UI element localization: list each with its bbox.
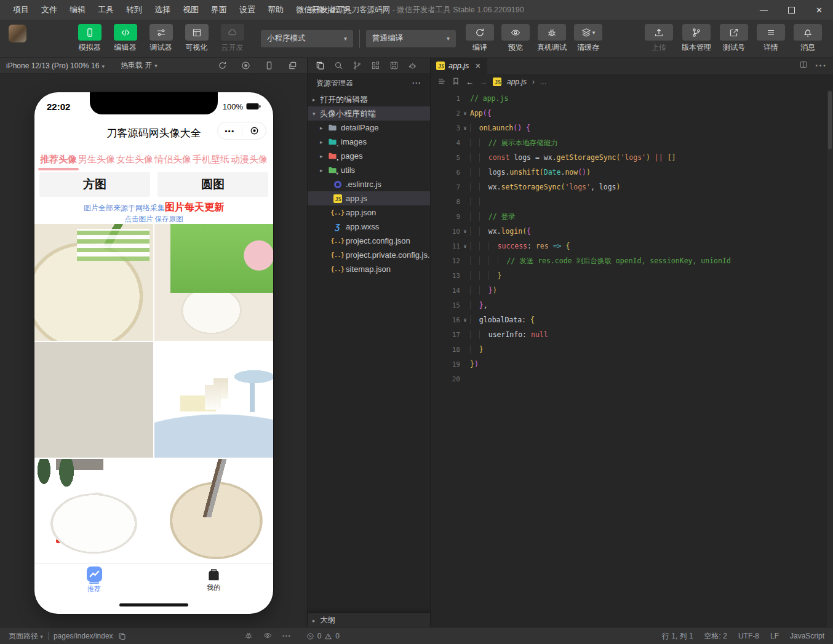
copy-path-icon[interactable]: [118, 632, 126, 640]
vconsole-bug-icon[interactable]: [244, 631, 253, 642]
panel-button-可视化[interactable]: 可视化: [181, 24, 212, 53]
panel-button-云开发[interactable]: 云开发: [217, 24, 247, 53]
menu-item-选择[interactable]: 选择: [149, 2, 176, 17]
page-path-select[interactable]: 页面路径 ▾: [9, 631, 43, 642]
menu-item-文件[interactable]: 文件: [36, 2, 63, 17]
windows-icon[interactable]: [288, 61, 297, 70]
photo-bunny-toast[interactable]: [154, 224, 273, 341]
code-line-4[interactable]: 4 // 展示本地存储能力: [431, 135, 833, 150]
code-line-12[interactable]: 12 // 发送 res.code 到后台换取 openId, sessionK…: [431, 253, 833, 268]
category-tab-女生头像[interactable]: 女生头像: [116, 151, 154, 168]
menu-item-工具[interactable]: 工具: [92, 2, 119, 17]
menu-item-帮助[interactable]: 帮助: [262, 2, 289, 17]
photo-glazed-bundt-cake[interactable]: [154, 459, 273, 562]
nav-forward-icon[interactable]: →: [479, 78, 487, 87]
save-icon[interactable]: [389, 61, 399, 70]
action-button-消息[interactable]: 消息: [794, 24, 822, 53]
tree-section-open-editors[interactable]: ▸打开的编辑器: [308, 92, 430, 106]
record-icon[interactable]: [241, 61, 250, 70]
action-button-清缓存[interactable]: ▾清缓存: [574, 24, 602, 53]
code-line-9[interactable]: 9 // 登录: [431, 209, 833, 224]
outline-list-icon[interactable]: [437, 77, 446, 87]
menu-item-转到[interactable]: 转到: [121, 2, 148, 17]
code-line-7[interactable]: 7 wx.setStorageSync('logs', logs): [431, 180, 833, 194]
action-button-测试号[interactable]: 测试号: [720, 24, 748, 53]
split-editor-icon[interactable]: [799, 60, 808, 71]
tree-file-.eslintrc.js[interactable]: .eslintrc.js: [308, 177, 430, 191]
photo-snowman-buns[interactable]: [34, 459, 153, 562]
more-tools-icon[interactable]: ···: [282, 632, 292, 640]
category-tab-推荐头像[interactable]: 推荐头像: [39, 151, 78, 168]
code-line-1[interactable]: 1// app.js: [431, 91, 833, 106]
photo-cafe-tray[interactable]: [154, 342, 273, 458]
close-button[interactable]: ✕: [805, 0, 833, 20]
action-button-编译[interactable]: 编译: [466, 24, 494, 53]
action-button-上传[interactable]: 上传: [645, 24, 673, 53]
close-tab-icon[interactable]: ✕: [475, 62, 480, 70]
bookmark-icon[interactable]: [452, 77, 460, 87]
nav-back-icon[interactable]: ←: [466, 78, 474, 87]
device-select[interactable]: iPhone 12/13 (Pro) 100% 16▾: [6, 62, 105, 70]
maximize-button[interactable]: [778, 0, 805, 20]
device-icon[interactable]: [265, 61, 274, 70]
tabbar-item-我的[interactable]: 我的: [154, 564, 273, 595]
explorer-more-button[interactable]: ···: [412, 79, 421, 87]
tabbar-item-推荐[interactable]: 推荐: [34, 564, 154, 595]
exit-target-icon[interactable]: [250, 126, 259, 135]
cursor-position[interactable]: 行 1, 列 1: [662, 631, 693, 642]
language-mode[interactable]: JavaScript: [790, 632, 824, 640]
minimize-button[interactable]: —: [750, 0, 778, 20]
panel-button-模拟器[interactable]: 模拟器: [74, 24, 105, 53]
git-icon[interactable]: [353, 61, 362, 70]
category-tab-男生头像[interactable]: 男生头像: [78, 151, 116, 168]
code-line-8[interactable]: 8: [431, 194, 833, 209]
compile-select[interactable]: 普通编译▾: [366, 30, 456, 47]
menu-item-微信开发者工具[interactable]: 微信开发者工具: [290, 2, 357, 17]
encoding[interactable]: UTF-8: [738, 632, 759, 640]
indentation[interactable]: 空格: 2: [704, 631, 727, 642]
eol[interactable]: LF: [770, 632, 779, 640]
search-icon[interactable]: [334, 61, 343, 70]
code-line-17[interactable]: 17 userInfo: null: [431, 327, 833, 342]
avatar[interactable]: [9, 25, 26, 42]
home-indicator[interactable]: [119, 603, 188, 606]
menu-item-设置[interactable]: 设置: [234, 2, 261, 17]
breadcrumb-file[interactable]: app.js: [507, 78, 527, 86]
tab-app-js[interactable]: JS app.js ✕: [431, 58, 487, 74]
menu-item-编辑[interactable]: 编辑: [64, 2, 91, 17]
code-line-3[interactable]: 3∨ onLaunch() {: [431, 121, 833, 135]
code-line-13[interactable]: 13 }: [431, 268, 833, 283]
shape-button-方图[interactable]: 方图: [39, 172, 150, 197]
code-line-15[interactable]: 15 },: [431, 298, 833, 312]
menu-item-视图[interactable]: 视图: [177, 2, 204, 17]
tree-file-sitemap.json[interactable]: {..}sitemap.json: [308, 262, 430, 276]
menu-item-界面[interactable]: 界面: [205, 2, 233, 17]
category-tab-手机壁纸[interactable]: 手机壁纸: [192, 151, 230, 168]
grid-icon[interactable]: [371, 61, 380, 70]
problems-group[interactable]: 0 0: [306, 632, 340, 640]
code-line-10[interactable]: 10∨ wx.login({: [431, 224, 833, 239]
tree-file-app.json[interactable]: {..}app.json: [308, 205, 430, 220]
more-actions-icon[interactable]: ···: [815, 60, 827, 71]
code-line-11[interactable]: 11∨ success: res => {: [431, 239, 833, 253]
code-line-5[interactable]: 5 const logs = wx.getStorageSync('logs')…: [431, 150, 833, 165]
photo-lakeside-desserts[interactable]: [34, 342, 153, 458]
code-line-14[interactable]: 14 }): [431, 283, 833, 298]
preview-eye-icon[interactable]: [263, 631, 272, 642]
code-line-2[interactable]: 2∨App({: [431, 106, 833, 121]
tree-section-project-root[interactable]: ▾头像小程序前端: [308, 106, 430, 121]
tree-file-project.private.config.js...[interactable]: {..}project.private.config.js...: [308, 248, 430, 262]
code-editor[interactable]: 1// app.js2∨App({3∨ onLaunch() {4 // 展示本…: [431, 90, 833, 627]
tree-file-app.wxss[interactable]: Ʒapp.wxss: [308, 220, 430, 234]
category-tab-情侣头像[interactable]: 情侣头像: [154, 151, 192, 168]
code-line-20[interactable]: 20: [431, 372, 833, 386]
shape-button-圆图[interactable]: 圆图: [157, 172, 268, 197]
action-button-版本管理[interactable]: 版本管理: [682, 24, 711, 53]
hot-reload-select[interactable]: 热重载 开▾: [121, 60, 157, 71]
rotate-icon[interactable]: [218, 61, 227, 70]
breadcrumb-symbol[interactable]: ...: [540, 78, 546, 86]
photo-kiwi-rolls[interactable]: [34, 224, 153, 341]
editor-scrollbar[interactable]: [827, 90, 833, 627]
menu-item-项目[interactable]: 项目: [7, 2, 34, 17]
outline-section[interactable]: ▸ 大纲: [308, 613, 430, 627]
